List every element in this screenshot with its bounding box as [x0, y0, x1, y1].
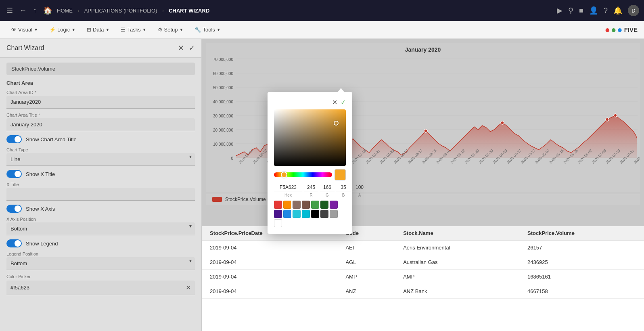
- color-gradient-picker[interactable]: [274, 109, 346, 166]
- avatar-icon[interactable]: D: [628, 5, 639, 16]
- up-icon[interactable]: ↑: [31, 5, 38, 17]
- panel-header-icons: ✕ ✓: [178, 44, 195, 52]
- swatch-purple[interactable]: [330, 201, 338, 209]
- hex-label: Hex: [274, 193, 302, 197]
- tasks-icon: ☰: [121, 27, 125, 33]
- r-input[interactable]: [304, 184, 318, 191]
- show-legend-toggle[interactable]: [6, 239, 22, 247]
- nav-tasks[interactable]: ☰ Tasks ▼: [116, 24, 151, 35]
- menu-icon[interactable]: ☰: [5, 4, 15, 17]
- user-icon[interactable]: 👤: [589, 6, 598, 15]
- swatch-black[interactable]: [311, 210, 319, 218]
- left-panel: Chart Wizard ✕ ✓ StockPrice.Volume Chart…: [0, 39, 202, 331]
- hex-input[interactable]: [274, 184, 302, 191]
- panel-check-icon[interactable]: ✓: [189, 44, 195, 52]
- svg-point-17: [424, 129, 427, 132]
- panel-close-icon[interactable]: ✕: [178, 44, 184, 52]
- table-row: 2019-09-04 AEI Aeris Environmental 26157: [202, 241, 644, 255]
- chart-type-select[interactable]: Line Bar Area Scatter: [6, 153, 195, 166]
- color-picker-hex-value: #f5a623: [10, 285, 29, 291]
- nav-setup[interactable]: ⚙ Setup ▼: [153, 24, 188, 35]
- home-icon[interactable]: 🏠: [42, 4, 54, 17]
- swatch-white[interactable]: [274, 219, 282, 227]
- swatch-brown[interactable]: [293, 201, 301, 209]
- stop-icon[interactable]: ■: [579, 6, 583, 15]
- swatch-blue-custom[interactable]: [283, 210, 291, 218]
- b-label: B: [336, 193, 351, 197]
- chart-area-section-title: Chart Area: [6, 80, 195, 86]
- hue-slider[interactable]: [274, 172, 332, 177]
- svg-point-19: [606, 118, 609, 121]
- bell-icon[interactable]: 🔔: [613, 6, 622, 15]
- table-row: 2019-09-04 AMP AMP 16865161: [202, 270, 644, 284]
- show-x-axis-toggle[interactable]: [6, 205, 22, 213]
- swatch-gray[interactable]: [330, 210, 338, 218]
- dialog-close-icon[interactable]: ✕: [332, 98, 337, 106]
- swatch-orange[interactable]: [283, 201, 291, 209]
- stock-price-label: StockPrice.Volume: [6, 63, 195, 75]
- chart-wizard-crumb[interactable]: CHART WIZARD: [169, 8, 209, 14]
- portfolio-crumb[interactable]: APPLICATIONS (PORTFOLIO): [84, 8, 157, 14]
- data-chevron: ▼: [106, 27, 110, 32]
- nav-visual[interactable]: 👁 Visual ▼: [6, 24, 43, 35]
- home-crumb[interactable]: HOME: [57, 8, 73, 14]
- color-picker-close-icon[interactable]: ✕: [186, 284, 191, 291]
- g-label: G: [320, 193, 335, 197]
- nav-data[interactable]: ⊞ Data ▼: [82, 24, 114, 35]
- alpha-preview: [335, 169, 346, 180]
- a-input[interactable]: [352, 184, 367, 191]
- breadcrumb-sep-2: ›: [162, 7, 164, 14]
- svg-text:30,000,000: 30,000,000: [213, 114, 233, 118]
- hue-slider-row: [274, 169, 346, 180]
- cell-date: 2019-09-04: [202, 284, 337, 299]
- chart-area-title-input[interactable]: [6, 118, 195, 131]
- g-input[interactable]: [320, 184, 335, 191]
- show-x-title-label: Show X Title: [26, 171, 55, 177]
- table-row: 2019-09-04 ANZ ANZ Bank 4667158: [202, 284, 644, 299]
- tools-chevron: ▼: [217, 27, 221, 32]
- five-logo: ● ● ● FIVE: [605, 25, 638, 35]
- col-stock-name: Stock.Name: [395, 226, 519, 241]
- a-label: A: [352, 193, 367, 197]
- color-picker-row[interactable]: #f5a623 ✕: [6, 281, 195, 295]
- cell-code: AMP: [337, 270, 395, 284]
- chart-type-group: Chart Type Line Bar Area Scatter ▾: [6, 147, 195, 166]
- swatch-cyan[interactable]: [293, 210, 301, 218]
- show-chart-area-title-toggle[interactable]: [6, 135, 22, 143]
- back-icon[interactable]: ←: [18, 5, 28, 17]
- legend-position-group: Legend Position Bottom Top Left Right ▾: [6, 251, 195, 270]
- b-input[interactable]: [336, 184, 351, 191]
- panel-header: Chart Wizard ✕ ✓: [0, 39, 201, 58]
- nav-tools[interactable]: 🔧 Tools ▼: [190, 24, 225, 35]
- swatch-green[interactable]: [311, 201, 319, 209]
- svg-text:70,000,000: 70,000,000: [213, 57, 233, 62]
- table-row: 2019-09-04 AGL Australian Gas 2436925: [202, 255, 644, 270]
- swatch-dark-gray[interactable]: [320, 210, 328, 218]
- play-icon[interactable]: ▶: [557, 6, 562, 15]
- tasks-chevron: ▼: [142, 27, 146, 32]
- cell-name: Australian Gas: [395, 255, 519, 270]
- panel-title: Chart Wizard: [6, 44, 44, 52]
- dialog-confirm-icon[interactable]: ✓: [341, 98, 346, 106]
- x-axis-position-select[interactable]: Bottom Top: [6, 222, 195, 235]
- x-axis-position-label: X Axis Position: [6, 217, 195, 222]
- x-title-input[interactable]: [6, 188, 195, 201]
- help-icon[interactable]: ?: [604, 6, 608, 15]
- cell-code: AEI: [337, 241, 395, 255]
- top-nav-actions: ▶ ⚲ ■ 👤 ? 🔔 D: [557, 5, 639, 16]
- chart-area-id-input[interactable]: [6, 96, 195, 109]
- chart-area-id-label: Chart Area ID *: [6, 90, 195, 95]
- swatch-dark-green[interactable]: [320, 201, 328, 209]
- show-x-title-toggle[interactable]: [6, 170, 22, 178]
- swatch-red[interactable]: [274, 201, 282, 209]
- chart-type-label: Chart Type: [6, 147, 195, 152]
- secondary-navigation: 👁 Visual ▼ ⚡ Logic ▼ ⊞ Data ▼ ☰ Tasks ▼ …: [0, 21, 644, 39]
- color-picker-group: Color Picker #f5a623 ✕: [6, 274, 195, 295]
- swatch-teal[interactable]: [302, 210, 310, 218]
- search-icon[interactable]: ⚲: [568, 6, 573, 15]
- swatch-dark-brown[interactable]: [302, 201, 310, 209]
- legend-position-select[interactable]: Bottom Top Left Right: [6, 257, 195, 270]
- nav-logic[interactable]: ⚡ Logic ▼: [44, 24, 80, 35]
- swatch-dark-purple[interactable]: [274, 210, 282, 218]
- data-table: StockPrice.PriceDate Code Stock.Name Sto…: [202, 226, 644, 331]
